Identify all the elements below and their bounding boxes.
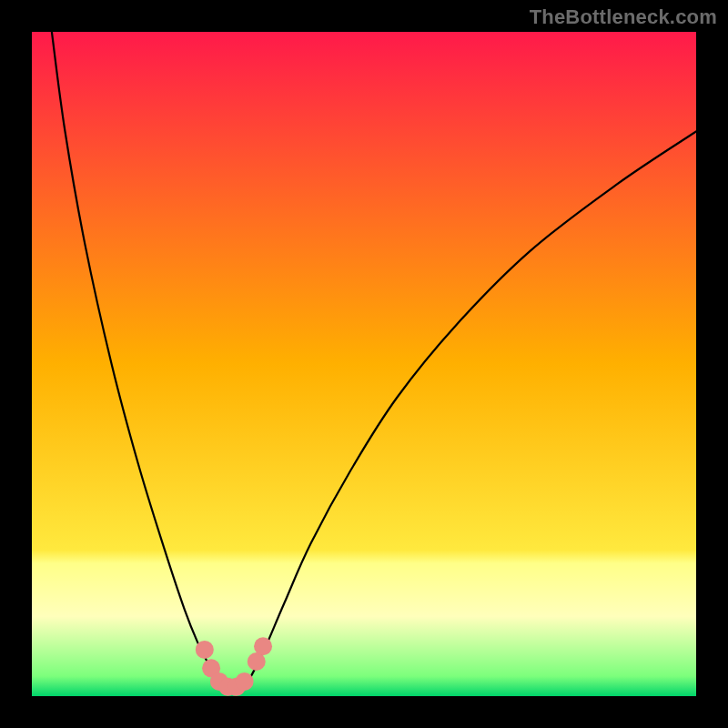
chart-background-gradient: [32, 32, 696, 696]
watermark-text: TheBottleneck.com: [530, 5, 717, 29]
valley-marker: [236, 672, 254, 691]
valley-marker: [196, 641, 214, 659]
chart-frame: TheBottleneck.com: [0, 0, 728, 728]
valley-marker: [254, 637, 272, 655]
bottleneck-chart: [32, 32, 696, 696]
